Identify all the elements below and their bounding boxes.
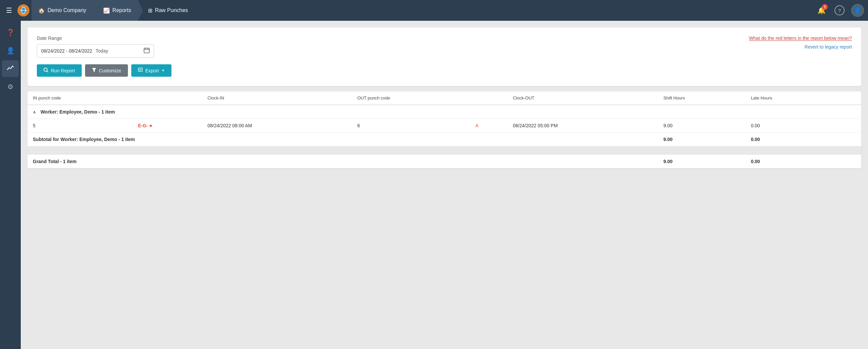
sidebar-item-reports[interactable] (2, 60, 19, 77)
export-dropdown-arrow: ▼ (161, 69, 165, 72)
top-navigation: ☰ 🏠 Demo Company 📈 Reports ⊞ Raw Punches… (0, 0, 868, 21)
in-punch-extra-label: E-G- (138, 123, 148, 128)
reports-icon: 📈 (103, 7, 110, 14)
run-report-button[interactable]: Run Report (37, 64, 82, 77)
main-layout: ❓ 👤 ⚙ Date Range 08/24/2022 - 08/24/202 (0, 21, 868, 349)
cell-clock-out: 08/24/2022 05:00 PM (507, 119, 658, 133)
filter-actions: Run Report Customize (37, 64, 749, 77)
cell-out-punch-extra: A (470, 119, 507, 133)
star-icon: ★ (149, 123, 153, 128)
report-table: IN punch code Clock-IN OUT punch code Cl… (27, 91, 861, 168)
subtotal-row: Subtotal for Worker: Employee, Demo - 1 … (27, 133, 861, 146)
table-header-row: IN punch code Clock-IN OUT punch code Cl… (27, 91, 861, 105)
filter-left: Date Range 08/24/2022 - 08/24/2022 Today (37, 35, 749, 77)
col-in-punch-code: IN punch code (27, 91, 133, 105)
employees-icon: 👤 (6, 46, 15, 55)
col-late-hours: Late Hours (745, 91, 832, 105)
help-icon: ? (835, 5, 844, 15)
group-header-row: ∧ Worker: Employee, Demo - 1 item (27, 105, 861, 119)
breadcrumb-reports[interactable]: 📈 Reports (93, 0, 138, 21)
breadcrumb-raw-punches[interactable]: ⊞ Raw Punches (138, 0, 195, 21)
cell-in-punch-code: 5 (27, 119, 133, 133)
table-row: 5 E-G-★ 08/24/2022 08:00 AM 6 A (27, 119, 861, 133)
breadcrumb: 🏠 Demo Company 📈 Reports ⊞ Raw Punches (31, 0, 194, 21)
content-area: Date Range 08/24/2022 - 08/24/2022 Today (21, 21, 868, 349)
cell-shift-hours: 9.00 (658, 119, 745, 133)
sidebar-item-employees[interactable]: 👤 (2, 42, 19, 59)
user-avatar-button[interactable]: 👤 (851, 4, 864, 17)
cell-late-hours: 0.00 (745, 119, 832, 133)
date-range-label: Date Range (37, 35, 749, 41)
grand-total-row: Grand Total - 1 item 9.00 0.00 (27, 155, 861, 168)
sidebar-item-dashboard[interactable]: ❓ (2, 24, 19, 41)
search-icon (43, 68, 48, 73)
col-in-punch-extra (133, 91, 202, 105)
collapse-icon[interactable]: ∧ (33, 110, 36, 115)
date-range-input[interactable]: 08/24/2022 - 08/24/2022 Today (37, 44, 154, 58)
notification-badge: 7 (822, 4, 828, 10)
calendar-icon (144, 47, 150, 55)
sidebar: ❓ 👤 ⚙ (0, 21, 21, 349)
dashboard-icon: ❓ (6, 29, 15, 36)
grand-total-label: Grand Total - 1 item (27, 155, 658, 168)
home-icon: 🏠 (38, 7, 45, 14)
hamburger-button[interactable]: ☰ (4, 4, 14, 17)
col-clock-out: Clock-OUT (507, 91, 658, 105)
export-icon (138, 68, 143, 73)
report-table-card: IN punch code Clock-IN OUT punch code Cl… (27, 91, 861, 168)
cell-actions (832, 119, 861, 133)
customize-button[interactable]: Customize (85, 64, 128, 77)
settings-icon: ⚙ (7, 83, 13, 91)
subtotal-shift-hours: 9.00 (658, 133, 745, 146)
cell-out-punch-code: 6 (352, 119, 470, 133)
hamburger-icon: ☰ (6, 7, 12, 14)
help-button[interactable]: ? (833, 4, 846, 17)
avatar-icon: 👤 (854, 7, 861, 14)
date-range-value: 08/24/2022 - 08/24/2022 (41, 48, 92, 54)
group-header-label: Worker: Employee, Demo - 1 item (40, 109, 115, 115)
svg-rect-4 (144, 48, 149, 53)
rawpunches-icon: ⊞ (148, 7, 152, 14)
grand-total-late-hours: 0.00 (745, 155, 832, 168)
filter-right: What do the red letters in the report be… (749, 35, 852, 77)
filter-icon (92, 68, 96, 73)
breadcrumb-home[interactable]: 🏠 Demo Company (31, 0, 93, 21)
col-out-punch-code: OUT punch code (352, 91, 470, 105)
col-shift-hours: Shift Hours (658, 91, 745, 105)
notification-button[interactable]: 🔔 7 (815, 4, 828, 17)
out-punch-extra-label: A (475, 123, 478, 128)
subtotal-late-hours: 0.00 (745, 133, 832, 146)
spacer-row (27, 146, 861, 155)
svg-marker-10 (92, 68, 96, 72)
col-actions (832, 91, 861, 105)
nav-right-actions: 🔔 7 ? 👤 (815, 4, 864, 17)
subtotal-label: Subtotal for Worker: Employee, Demo - 1 … (27, 133, 658, 146)
grand-total-shift-hours: 9.00 (658, 155, 745, 168)
col-clock-in: Clock-IN (202, 91, 352, 105)
svg-rect-11 (138, 68, 142, 71)
sidebar-item-settings[interactable]: ⚙ (2, 78, 19, 95)
col-out-punch-extra (470, 91, 507, 105)
cell-clock-in: 08/24/2022 08:00 AM (202, 119, 352, 133)
filter-card: Date Range 08/24/2022 - 08/24/2022 Today (27, 28, 861, 86)
today-label: Today (96, 48, 108, 54)
svg-line-9 (47, 71, 48, 72)
reports-sidebar-icon (7, 64, 14, 73)
revert-legacy-link[interactable]: Revert to legacy report (804, 44, 852, 50)
red-letters-help-link[interactable]: What do the red letters in the report be… (749, 35, 852, 41)
cell-in-punch-extra: E-G-★ (133, 119, 202, 133)
export-button[interactable]: Export ▼ (131, 64, 172, 77)
